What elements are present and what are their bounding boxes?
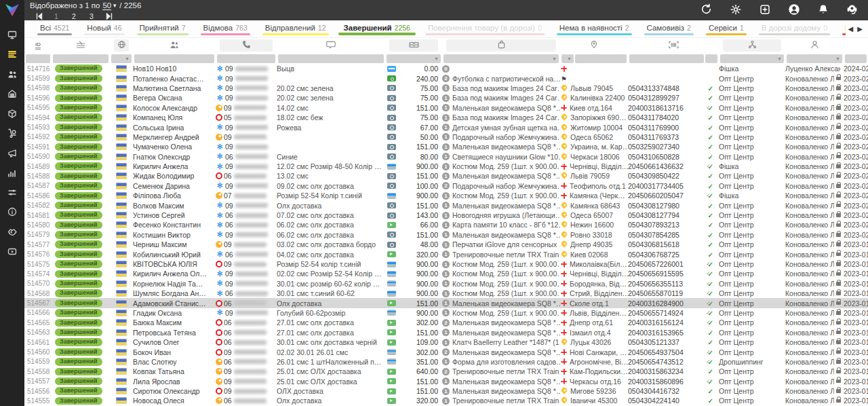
table-row[interactable]: 514577 Завершений Черниш Максим 09 03.02… (24, 240, 868, 249)
table-row[interactable]: 514566 Завершений Гладик Оксана 09 Голуб… (24, 308, 868, 318)
tab[interactable]: В дорозі додому 0 (753, 20, 836, 37)
table-row[interactable]: 514582 Завершений Волков Максим 09 Олх д… (24, 200, 868, 210)
table-row[interactable]: 514586 Завершений Філіпова Люба 07 Розмі… (24, 191, 868, 200)
filter-phone[interactable] (217, 54, 275, 63)
filter-source[interactable]: ▼ (720, 54, 784, 63)
column-country[interactable] (114, 39, 129, 52)
tab[interactable]: Завершений 2256 (335, 20, 419, 37)
sidebar-item-partners[interactable] (5, 227, 20, 239)
table-row[interactable]: 514575 Завершений КВІТОВСЬКА ЮЛІЯ 09 Роз… (24, 259, 868, 269)
filter-tracking[interactable] (629, 54, 704, 63)
tab[interactable]: Сервіси 1 (700, 20, 753, 37)
filter-id[interactable] (26, 54, 50, 63)
tab[interactable]: Самовивіз 2 (638, 20, 700, 37)
user-avatar-icon[interactable] (787, 3, 800, 16)
table-row[interactable]: 514716 Завершений Нов10 Нов10 09 Выцв 0.… (24, 64, 868, 73)
table-row[interactable]: 514591 Завершений Чумаченко Олена 09 151… (24, 142, 868, 151)
column-date[interactable] (844, 39, 868, 52)
table-row[interactable]: 514563 Завершений Петровська Тетяна 06 2… (24, 328, 868, 337)
tab[interactable]: Повернення товару (в дорозі) 0 (419, 20, 551, 37)
table-row[interactable]: 514561 Завершений Сучилов Олег 06 30.01 … (24, 337, 868, 347)
filter-carrier[interactable]: ▼ (561, 54, 574, 63)
filter-price[interactable]: ▼ (387, 54, 441, 63)
table-row[interactable]: 514580 Завершений Фесенко Константин 06 … (24, 220, 868, 229)
column-id[interactable]: ID (24, 39, 52, 52)
sidebar-item-info[interactable] (5, 207, 20, 219)
page-number[interactable]: 3 (83, 12, 100, 20)
tabs-scroll-right-icon[interactable]: ▶ (857, 25, 863, 33)
column-address[interactable] (560, 39, 628, 52)
tab[interactable]: Нема в наявності 2 (551, 20, 638, 37)
column-source[interactable] (723, 39, 781, 52)
table-row[interactable]: 514574 Завершений Кирилич Анжела Ол… 09 … (24, 269, 868, 278)
table-row[interactable]: 514588 Завершений Жидак Володимир 06 13.… (24, 171, 868, 181)
support-headset-icon[interactable] (846, 3, 859, 16)
filter-product[interactable]: ▼ (443, 54, 559, 63)
table-row[interactable]: 514596 Завершений Вегера Оксана 09 20.02… (24, 93, 868, 103)
filter-country[interactable]: ▼ (111, 54, 132, 63)
table-row[interactable]: 514587 Завершений Семенюк Дарина 09 09.0… (24, 181, 868, 191)
sidebar-item-clients[interactable] (5, 69, 20, 81)
table-row[interactable]: 514599 Завершений Потапенко Анастас… 09 … (24, 73, 868, 83)
tab[interactable]: Відправлений 12 (256, 20, 335, 37)
filter-manager[interactable]: ▼ (787, 54, 842, 63)
table-row[interactable]: 514592 Завершений Мерклингер Андрей 09 5… (24, 132, 868, 142)
sidebar-item-delivery[interactable] (5, 128, 20, 141)
table-row[interactable]: 514581 Завершений Устинов Сергей 06 07.0… (24, 210, 868, 220)
filter-date[interactable] (845, 54, 867, 63)
table-row[interactable]: 514576 Завершений Кобилинський Юрий 06 0… (24, 249, 868, 259)
tab[interactable]: Всі 4521 (31, 20, 78, 37)
table-row[interactable]: 514565 Завершений Баюка Максим 06 27.01 … (24, 318, 868, 327)
sidebar-item-dashboard[interactable] (5, 30, 20, 42)
tab[interactable]: Новый 46 (78, 20, 130, 37)
page-size-dropdown[interactable]: 50 (102, 1, 111, 10)
add-icon[interactable] (758, 3, 771, 16)
column-tracking[interactable] (628, 39, 719, 52)
filter-address[interactable] (575, 54, 627, 63)
sidebar-item-products[interactable] (5, 109, 20, 121)
table-row[interactable]: 514560 Завершений Бокоч Иван 09 02.02 30… (24, 347, 868, 356)
sidebar-item-marketing[interactable] (5, 148, 20, 160)
column-price[interactable] (389, 39, 438, 52)
table-row[interactable]: 514590 Завершений Гнатюк Олексндр 06 Син… (24, 152, 868, 162)
filter-client[interactable] (134, 54, 214, 63)
table-row[interactable]: 514559 Завершений Влас Слотюу 06 26.01 с… (24, 357, 868, 367)
filter-status[interactable] (53, 54, 108, 63)
sidebar-item-warehouse[interactable] (5, 89, 20, 101)
gear-icon[interactable] (729, 3, 742, 16)
table-row[interactable]: 514593 Завершений Сольська Ірина 09 Роже… (24, 122, 868, 132)
table-row[interactable]: 514589 Завершений Кирилич Анжела 09 12.0… (24, 162, 868, 171)
app-logo[interactable] (0, 0, 24, 20)
tab[interactable]: Прийнятий 7 (131, 20, 195, 37)
column-status[interactable] (52, 39, 110, 52)
column-manager[interactable] (785, 39, 844, 52)
table-row[interactable]: 514594 Завершений Компанец Юля 05 18.02 … (24, 113, 868, 122)
sidebar-item-orders[interactable] (5, 50, 20, 62)
table-row[interactable]: 514598 Завершений Малютина Светлана 09 2… (24, 84, 868, 93)
page-number[interactable]: 1 (47, 12, 65, 20)
bell-icon[interactable] (816, 3, 829, 16)
sidebar-item-statistics[interactable] (5, 168, 20, 180)
tab[interactable]: Відмова 763 (195, 20, 256, 37)
table-row[interactable]: 514555 Завершений Новосад Олеся 06 Олх д… (24, 396, 868, 405)
table-row[interactable]: 514579 Завершений Костишин Виктор 09 06.… (24, 230, 868, 240)
column-phone[interactable] (220, 39, 273, 52)
sidebar-item-video[interactable] (5, 246, 20, 259)
table-row[interactable]: 514595 Завершений Колосок Александр 09 1… (24, 103, 868, 113)
table-row[interactable]: 514558 Завершений Ковпак Татьяна 09 25.0… (24, 367, 868, 376)
table-row[interactable]: 514556 Завершений Сиротюк Олександр 09 О… (24, 386, 868, 396)
table-row[interactable]: 514570 Завершений Корнелюк Надія Та… 09 … (24, 279, 868, 289)
sidebar-item-settings[interactable] (5, 187, 20, 200)
filter-comment[interactable] (278, 54, 384, 63)
table-row[interactable]: 514557 Завершений Лила Ярослав 09 25.01 … (24, 377, 868, 386)
column-client[interactable] (133, 39, 216, 52)
column-product[interactable] (446, 39, 556, 52)
table-row[interactable]: 514568 Завершений Шумляс Богдана Ан… 06 … (24, 289, 868, 298)
table-row[interactable]: 514567 Завершений Адамовский Станис… 06 … (24, 298, 868, 308)
filter-tracking-status[interactable] (705, 54, 717, 63)
column-comment[interactable] (277, 39, 385, 52)
manager-cell: Коноваленко Ли… (785, 230, 844, 240)
refresh-icon[interactable] (700, 3, 713, 16)
page-number[interactable]: 2 (65, 12, 83, 20)
tabs-scroll-left-icon[interactable]: ◀ (848, 25, 854, 33)
